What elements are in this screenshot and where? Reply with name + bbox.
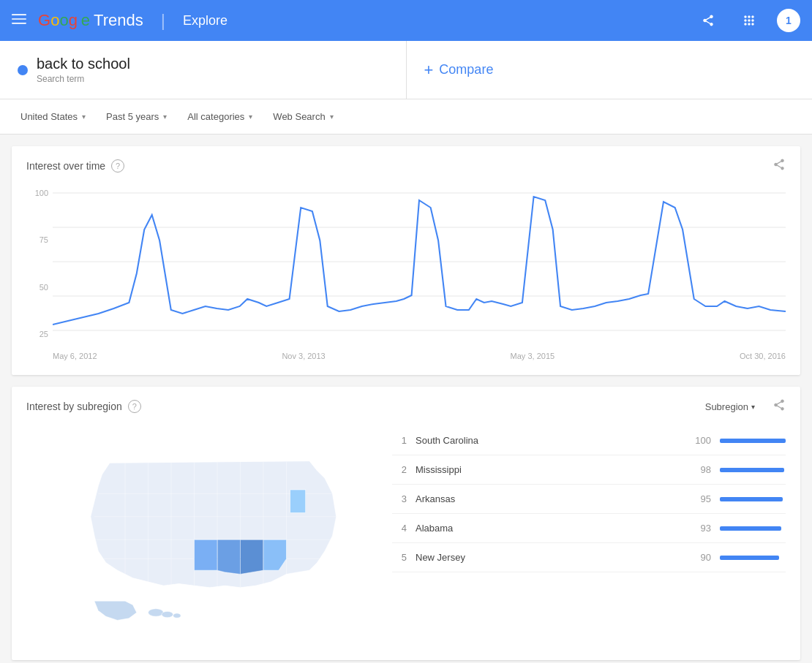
main-content: Interest over time ? 100 75 50 25 [0, 135, 812, 663]
subregion-help-icon[interactable]: ? [128, 400, 141, 413]
x-label-2: May 3, 2015 [511, 352, 555, 360]
rank-name-5: New Jersey [416, 552, 680, 563]
region-filter[interactable]: United States ▾ [18, 105, 97, 128]
svg-point-24 [173, 613, 181, 618]
interest-over-time-card: Interest over time ? 100 75 50 25 [12, 146, 800, 375]
interest-over-time-header: Interest over time ? [12, 146, 800, 186]
rank-num-3: 3 [392, 493, 407, 504]
rank-score-1: 100 [689, 435, 711, 446]
apps-header-icon[interactable] [736, 7, 762, 34]
chart-svg-container: May 6, 2012 Nov 3, 2013 May 3, 2015 Oct … [53, 186, 786, 360]
search-term-name: back to school [37, 56, 130, 72]
rank-num-4: 4 [392, 523, 407, 534]
rank-name-4: Alabama [416, 523, 680, 534]
search-term-label: Search term [37, 74, 130, 84]
rank-score-5: 90 [689, 552, 711, 563]
user-avatar[interactable]: 1 [777, 9, 800, 32]
rank-bar-wrap-4 [720, 526, 786, 531]
time-filter[interactable]: Past 5 years ▾ [103, 105, 178, 128]
search-area: back to school Search term + Compare [0, 41, 812, 99]
share-header-icon[interactable] [695, 7, 721, 34]
google-text: Google [38, 11, 90, 30]
compare-plus-icon: + [424, 61, 434, 80]
menu-icon[interactable] [12, 12, 26, 30]
subregion-selector[interactable]: Subregion ▾ [705, 401, 755, 412]
rank-bar-wrap-5 [720, 556, 786, 560]
rank-num-2: 2 [392, 464, 407, 475]
svg-point-22 [149, 609, 164, 617]
y-label-75: 75 [26, 235, 53, 244]
y-label-50: 50 [26, 283, 53, 292]
rank-bar-wrap-2 [720, 468, 786, 472]
search-term-section: back to school Search term [0, 41, 407, 99]
rank-score-3: 95 [689, 493, 711, 504]
search-type-label: Web Search [273, 111, 325, 122]
filters-bar: United States ▾ Past 5 years ▾ All categ… [0, 99, 812, 135]
rank-bar-wrap-3 [720, 497, 786, 501]
chart-x-labels: May 6, 2012 Nov 3, 2013 May 3, 2015 Oct … [53, 349, 786, 360]
rank-row-1: 1 South Carolina 100 [392, 426, 786, 455]
compare-section[interactable]: + Compare [407, 41, 813, 99]
search-type-chevron-icon: ▾ [330, 113, 334, 121]
svg-rect-0 [12, 14, 26, 15]
interest-over-time-title: Interest over time [26, 160, 105, 172]
chart-container: 100 75 50 25 [12, 186, 800, 375]
rank-bar-1 [720, 439, 786, 443]
trend-chart-svg [53, 186, 786, 346]
subregion-selector-chevron: ▾ [751, 403, 755, 411]
rank-row-4: 4 Alabama 93 [392, 514, 786, 543]
y-label-100: 100 [26, 189, 53, 197]
category-filter[interactable]: All categories ▾ [184, 105, 264, 128]
subregion-share-icon[interactable] [772, 398, 786, 414]
rank-bar-3 [720, 497, 783, 501]
interest-over-time-share-icon[interactable] [772, 158, 786, 174]
rank-row-5: 5 New Jersey 90 [392, 543, 786, 572]
svg-point-23 [162, 611, 173, 617]
compare-label: Compare [439, 62, 493, 77]
time-label: Past 5 years [106, 111, 159, 122]
rankings-list: 1 South Carolina 100 2 Mississippi 98 [392, 426, 786, 645]
logo: Google Trends [38, 11, 143, 30]
region-label: United States [20, 111, 78, 122]
us-map-container [26, 426, 377, 645]
time-chevron-icon: ▾ [163, 113, 167, 121]
header-divider: | [161, 10, 165, 31]
subregion-content: 1 South Carolina 100 2 Mississippi 98 [12, 426, 800, 660]
interest-by-subregion-card: Interest by subregion ? Subregion ▾ [12, 387, 800, 660]
rank-row-3: 3 Arkansas 95 [392, 485, 786, 514]
interest-over-time-help-icon[interactable]: ? [111, 159, 124, 173]
header: Google Trends | Explore 1 [0, 0, 812, 41]
rank-bar-2 [720, 468, 784, 472]
search-type-filter[interactable]: Web Search ▾ [270, 105, 345, 128]
rank-num-1: 1 [392, 435, 407, 446]
rank-num-5: 5 [392, 552, 407, 563]
interest-by-subregion-header: Interest by subregion ? Subregion ▾ [12, 387, 800, 426]
search-dot [18, 65, 28, 75]
subregion-selector-label: Subregion [705, 401, 748, 412]
rank-bar-5 [720, 556, 779, 560]
x-label-0: May 6, 2012 [53, 352, 97, 360]
region-chevron-icon: ▾ [82, 113, 86, 121]
svg-rect-21 [290, 490, 306, 513]
rank-name-1: South Carolina [416, 435, 680, 446]
trends-text: Trends [94, 11, 143, 30]
svg-rect-1 [12, 18, 26, 20]
rank-bar-wrap-1 [720, 439, 786, 443]
interest-by-subregion-title: Interest by subregion [26, 401, 122, 412]
rank-score-2: 98 [689, 464, 711, 475]
category-label: All categories [187, 111, 244, 122]
rank-score-4: 93 [689, 523, 711, 534]
header-actions: 1 [695, 7, 800, 34]
rank-bar-4 [720, 526, 781, 531]
rank-name-2: Mississippi [416, 464, 680, 475]
header-explore-label: Explore [183, 13, 228, 29]
x-label-3: Oct 30, 2016 [740, 352, 786, 360]
search-term-text: back to school Search term [37, 56, 130, 84]
y-label-25: 25 [26, 330, 53, 338]
svg-rect-2 [12, 23, 26, 24]
rank-name-3: Arkansas [416, 493, 680, 504]
rank-row-2: 2 Mississippi 98 [392, 455, 786, 485]
x-label-1: Nov 3, 2013 [282, 352, 325, 360]
us-map-svg [48, 426, 356, 645]
category-chevron-icon: ▾ [249, 113, 252, 121]
